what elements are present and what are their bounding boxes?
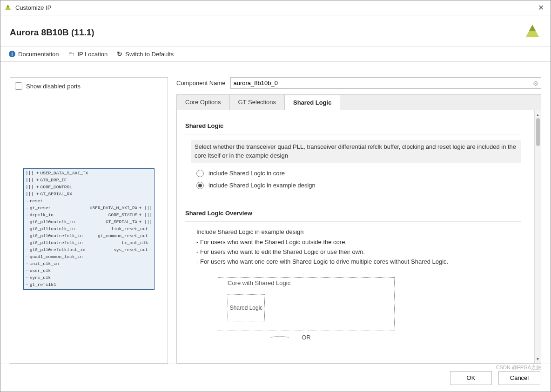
documentation-link[interactable]: i Documentation bbox=[9, 51, 59, 58]
cancel-button[interactable]: Cancel bbox=[498, 371, 540, 385]
shared-logic-heading: Shared Logic bbox=[185, 122, 521, 129]
port-left: ||| + USER_DATA_S_AXI_TX bbox=[26, 170, 88, 177]
overview-bullet: - For users who want to edit the Shared … bbox=[196, 247, 521, 257]
diagram-outer-label: Core with Shared Logic bbox=[228, 279, 290, 286]
port-left: — drpclk_in bbox=[26, 212, 54, 219]
header: Aurora 8B10B (11.1) bbox=[0, 15, 551, 46]
scroll-thumb[interactable] bbox=[536, 118, 540, 146]
close-button[interactable]: ✕ bbox=[535, 0, 547, 15]
clear-input-icon[interactable]: ⊗ bbox=[533, 80, 538, 87]
port-row: — gt_refclk1 bbox=[24, 281, 154, 288]
scroll-up-icon[interactable]: ▴ bbox=[537, 112, 539, 117]
port-row: — sync_clk bbox=[24, 274, 154, 281]
folder-icon: 🗀 bbox=[68, 50, 74, 58]
port-left: — reset bbox=[26, 198, 43, 205]
port-left: — gt0_pll0outclk_in bbox=[26, 219, 75, 226]
tab-core_options[interactable]: Core Options bbox=[177, 95, 230, 110]
component-name-label: Component Name bbox=[176, 80, 226, 86]
scroll-down-icon[interactable]: ▾ bbox=[537, 356, 539, 361]
port-left: — gt0_pll0outrefclk_in bbox=[26, 233, 83, 239]
port-left: — gt0_pll0refclklost_in bbox=[26, 246, 85, 253]
radio-label: include Shared Logic in core bbox=[208, 170, 285, 177]
window-title: Customize IP bbox=[15, 0, 51, 15]
tab-shared_logic[interactable]: Shared Logic bbox=[285, 95, 340, 110]
port-row: — gt_resetUSER_DATA_M_AXI_RX + ||| bbox=[24, 205, 154, 212]
port-row: ||| + GT_SERIAL_RX bbox=[24, 191, 154, 198]
port-left: ||| + CORE_CONTROL bbox=[26, 184, 72, 191]
scrollbar[interactable]: ▴ ▾ bbox=[534, 110, 541, 363]
vendor-logo bbox=[524, 24, 541, 41]
footer: OK Cancel bbox=[0, 364, 551, 392]
radio-option-1[interactable]: include Shared Logic in example design bbox=[196, 182, 521, 189]
diagram-or-label: OR bbox=[302, 334, 311, 341]
radio-icon[interactable] bbox=[196, 182, 204, 189]
overview-bullet: - For users who want the Shared Logic ou… bbox=[196, 238, 521, 247]
toolbar: i Documentation 🗀 IP Location ↻ Switch t… bbox=[0, 46, 551, 62]
port-left: — gt_reset bbox=[26, 205, 51, 212]
shared-logic-overview-heading: Shared Logic Overview bbox=[185, 210, 521, 217]
component-name-input[interactable] bbox=[230, 77, 542, 89]
ip-location-link[interactable]: 🗀 IP Location bbox=[68, 50, 108, 58]
port-row: ||| + USER_DATA_S_AXI_TX bbox=[24, 170, 154, 177]
radio-label: include Shared Logic in example design bbox=[208, 182, 316, 189]
show-disabled-ports-label: Show disabled ports bbox=[26, 83, 81, 90]
tab-gt_selections[interactable]: GT Selections bbox=[230, 95, 285, 110]
port-left: — init_clk_in bbox=[26, 260, 59, 267]
shared-logic-description: Select whether the transceiver quad PLL,… bbox=[191, 140, 521, 163]
port-row: — gt0_pll0refclklost_insys_reset_out — bbox=[24, 246, 154, 253]
port-row: — gt0_pll0outclk_inGT_SERIAL_TX + ||| bbox=[24, 219, 154, 226]
show-disabled-ports-checkbox[interactable] bbox=[15, 82, 22, 90]
overview-lead: Include Shared Logic in example design bbox=[196, 227, 521, 237]
ip-title: Aurora 8B10B (11.1) bbox=[10, 27, 94, 38]
port-right: link_reset_out — bbox=[111, 226, 152, 233]
port-row: ||| + GTO_DRP_IF bbox=[24, 177, 154, 184]
port-right: CORE_STATUS + ||| bbox=[108, 212, 152, 219]
shared-logic-diagram: Core with Shared Logic Shared Logic OR bbox=[218, 277, 395, 341]
port-left: — sync_clk bbox=[26, 274, 51, 281]
radio-icon[interactable] bbox=[196, 170, 204, 177]
preview-panel: Show disabled ports ||| + USER_DATA_S_AX… bbox=[10, 77, 168, 364]
port-left: — gt0_pll1outrefclk_in bbox=[26, 239, 83, 246]
config-panel: Component Name ⊗ Core OptionsGT Selectio… bbox=[176, 77, 541, 364]
switch-defaults-label: Switch to Defaults bbox=[125, 51, 174, 58]
port-right: GT_SERIAL_TX + ||| bbox=[106, 219, 152, 226]
port-left: ||| + GT_SERIAL_RX bbox=[26, 191, 72, 198]
port-row: — user_clk bbox=[24, 267, 154, 274]
port-row: — gt0_pll0outrefclk_ingt_common_reset_ou… bbox=[24, 233, 154, 239]
swash-left-icon bbox=[263, 336, 296, 339]
ip-block-diagram: ||| + USER_DATA_S_AXI_TX||| + GTO_DRP_IF… bbox=[23, 168, 155, 290]
diagram-inner-label: Shared Logic bbox=[230, 305, 263, 311]
radio-option-0[interactable]: include Shared Logic in core bbox=[196, 170, 521, 177]
tab-content-shared-logic: Shared Logic Select whether the transcei… bbox=[177, 110, 534, 363]
ip-location-label: IP Location bbox=[77, 51, 108, 58]
watermark: CSDN @FPGA之旅 bbox=[496, 364, 541, 371]
port-row: — init_clk_in bbox=[24, 260, 154, 267]
port-row: — reset bbox=[24, 198, 154, 205]
port-row: ||| + CORE_CONTROL bbox=[24, 184, 154, 191]
port-row: — drpclk_inCORE_STATUS + ||| bbox=[24, 212, 154, 219]
port-left: ||| + GTO_DRP_IF bbox=[26, 177, 67, 184]
titlebar: Customize IP ✕ bbox=[0, 0, 551, 15]
port-row: — quad1_common_lock_in bbox=[24, 253, 154, 260]
port-left: — quad1_common_lock_in bbox=[26, 253, 83, 260]
port-right: USER_DATA_M_AXI_RX + ||| bbox=[90, 205, 152, 212]
port-left: — gt0_pll1outclk_in bbox=[26, 226, 75, 233]
info-icon: i bbox=[9, 51, 15, 57]
vendor-icon bbox=[4, 4, 12, 12]
diagram-inner-box: Shared Logic bbox=[228, 294, 265, 321]
overview-bullets: - For users who want the Shared Logic ou… bbox=[196, 238, 521, 266]
reset-icon: ↻ bbox=[117, 50, 122, 58]
port-row: — gt0_pll1outclk_inlink_reset_out — bbox=[24, 226, 154, 233]
port-row: — gt0_pll1outrefclk_intx_out_clk — bbox=[24, 239, 154, 246]
documentation-label: Documentation bbox=[18, 51, 59, 58]
port-left: — gt_refclk1 bbox=[26, 281, 56, 288]
port-right: tx_out_clk — bbox=[121, 239, 152, 246]
port-right: gt_common_reset_out — bbox=[98, 233, 152, 239]
overview-bullet: - For users who want one core with Share… bbox=[196, 257, 521, 267]
ok-button[interactable]: OK bbox=[450, 371, 492, 385]
port-left: — user_clk bbox=[26, 267, 51, 274]
tabs: Core OptionsGT SelectionsShared Logic bbox=[176, 94, 541, 110]
switch-defaults-link[interactable]: ↻ Switch to Defaults bbox=[117, 50, 174, 58]
port-right: sys_reset_out — bbox=[114, 246, 152, 253]
shared-logic-radio-group: include Shared Logic in coreinclude Shar… bbox=[185, 170, 521, 189]
